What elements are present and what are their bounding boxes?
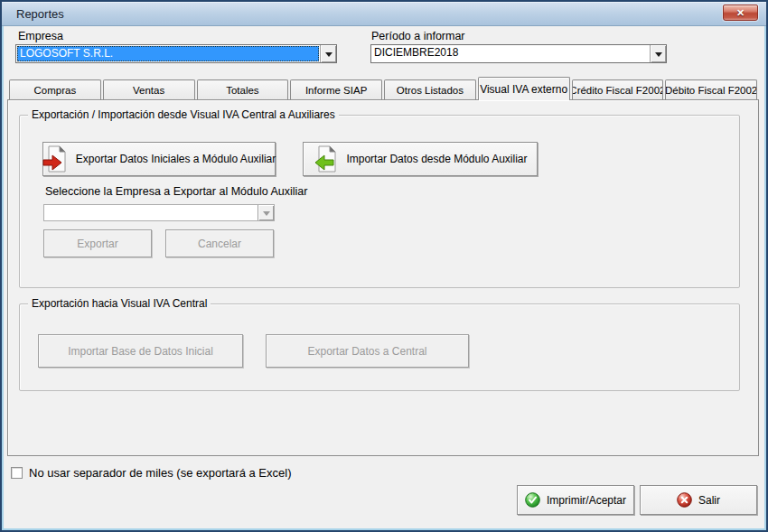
group-export-central-title: Exportación hacia Visual IVA Central	[28, 297, 211, 310]
group-export-import: Exportación / Importación desde Visual I…	[19, 115, 740, 288]
tab-credito-fiscal-f2002[interactable]: Crédito Fiscal F2002	[572, 79, 664, 99]
empresa-exportar-combobox-value[interactable]	[44, 205, 258, 220]
exportar-datos-iniciales-label: Exportar Datos Iniciales a Módulo Auxili…	[76, 153, 276, 165]
salir-button[interactable]: Salir	[640, 485, 757, 515]
tab-page-visual-iva-externo: Exportación / Importación desde Visual I…	[7, 99, 759, 456]
tab-compras[interactable]: Compras	[9, 79, 101, 99]
cancelar-button-label: Cancelar	[198, 238, 241, 250]
chevron-down-icon	[655, 52, 662, 61]
importar-base-datos-label: Importar Base de Datos Inicial	[68, 345, 213, 358]
exportar-button-label: Exportar	[77, 238, 117, 250]
green-check-icon	[525, 492, 540, 508]
export-document-red-arrow-icon	[42, 145, 70, 173]
empresa-label: Empresa	[18, 30, 63, 42]
reportes-dialog: Reportes ✕ Empresa LOGOSOFT S.R.L. Perío…	[0, 0, 768, 532]
chevron-down-icon	[263, 211, 270, 219]
empresa-exportar-combobox-dropdown-button[interactable]	[258, 205, 274, 220]
tab-strip: Compras Ventas Totales Informe SIAP Otro…	[9, 77, 759, 99]
import-document-green-arrow-icon	[313, 145, 340, 173]
exportar-button[interactable]: Exportar	[43, 229, 152, 257]
chevron-down-icon	[325, 52, 332, 61]
cancelar-button[interactable]: Cancelar	[165, 229, 274, 257]
tab-otros-listados[interactable]: Otros Listados	[384, 79, 476, 99]
imprimir-aceptar-button[interactable]: Imprimir/Aceptar	[517, 485, 634, 515]
tab-informe-siap[interactable]: Informe SIAP	[290, 79, 382, 99]
tab-debito-fiscal-f2002[interactable]: Débito Fiscal F2002	[665, 79, 757, 99]
empresa-combobox[interactable]: LOGOSOFT S.R.L.	[15, 44, 337, 63]
titlebar[interactable]: Reportes ✕	[2, 2, 766, 26]
tab-visual-iva-externo[interactable]: Visual IVA externo	[478, 77, 570, 100]
importar-datos-desde-button[interactable]: Importar Datos desde Módulo Auxiliar	[303, 142, 538, 176]
group-export-central: Exportación hacia Visual IVA Central Imp…	[19, 303, 740, 391]
close-button[interactable]: ✕	[723, 5, 758, 21]
salir-label: Salir	[698, 494, 720, 507]
imprimir-aceptar-label: Imprimir/Aceptar	[547, 494, 626, 507]
exportar-datos-central-label: Exportar Datos a Central	[307, 345, 426, 358]
no-separador-checkbox-label: No usar separador de miles (se exportará…	[29, 466, 291, 480]
tab-totales[interactable]: Totales	[197, 79, 289, 99]
importar-base-datos-button[interactable]: Importar Base de Datos Inicial	[38, 334, 243, 368]
importar-datos-desde-label: Importar Datos desde Módulo Auxiliar	[346, 153, 527, 165]
window-title: Reportes	[16, 2, 64, 26]
tab-ventas[interactable]: Ventas	[103, 79, 195, 99]
exportar-datos-central-button[interactable]: Exportar Datos a Central	[266, 334, 469, 368]
close-icon: ✕	[736, 8, 745, 18]
empresa-combobox-dropdown-button[interactable]	[320, 45, 336, 62]
red-x-icon	[677, 492, 692, 508]
periodo-label: Período a informar	[371, 30, 465, 42]
exportar-datos-iniciales-button[interactable]: Exportar Datos Iniciales a Módulo Auxili…	[42, 142, 276, 176]
group-export-import-title: Exportación / Importación desde Visual I…	[28, 108, 339, 121]
no-separador-checkbox[interactable]	[11, 467, 23, 479]
seleccione-empresa-label: Seleccione la Empresa a Exportar al Módu…	[45, 185, 307, 198]
periodo-combobox[interactable]: DICIEMBRE2018	[370, 44, 667, 63]
periodo-combobox-dropdown-button[interactable]	[650, 45, 666, 62]
empresa-combobox-value[interactable]: LOGOSOFT S.R.L.	[17, 46, 319, 61]
periodo-combobox-value[interactable]: DICIEMBRE2018	[371, 45, 650, 62]
empresa-exportar-combobox[interactable]	[43, 204, 275, 221]
